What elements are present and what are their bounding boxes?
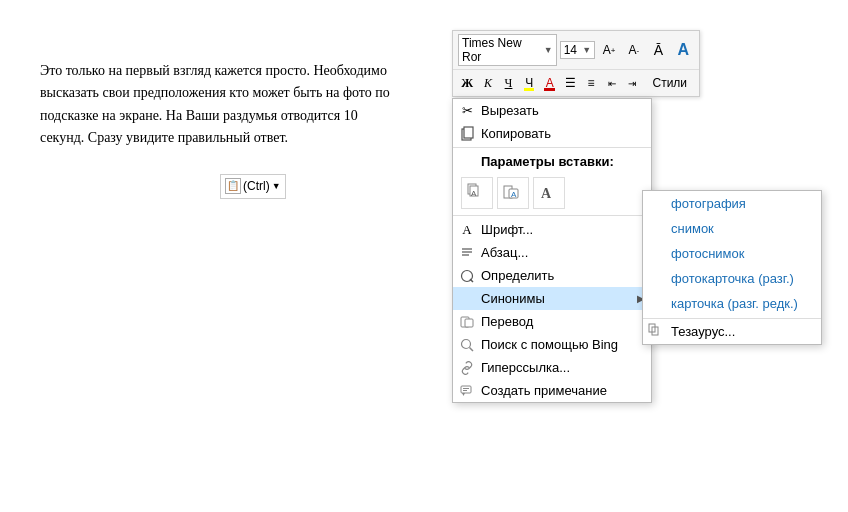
style-row: Ж К Ч Ч A ☰ ≡ ⇤ ⇥ Стили (453, 70, 699, 96)
svg-rect-15 (465, 319, 473, 327)
svg-line-13 (470, 279, 473, 282)
underline-button[interactable]: Ч (499, 72, 518, 94)
synonyms-label: Синонимы (481, 291, 545, 306)
copy-icon (458, 125, 476, 143)
svg-rect-1 (464, 127, 473, 138)
synonym-fotografiya-label: фотография (671, 196, 746, 211)
cut-menu-item[interactable]: ✂ Вырезать (453, 99, 651, 122)
increase-font-button[interactable]: A+ (598, 39, 620, 61)
decrease-font-button[interactable]: A- (623, 39, 645, 61)
paste-hint-button[interactable]: 📋 (Ctrl) ▼ (220, 174, 286, 199)
svg-text:A: A (541, 186, 552, 201)
increase-indent-button[interactable]: ⇥ (623, 72, 642, 94)
font-color-button[interactable]: A (540, 72, 559, 94)
synonym-fotosnimok[interactable]: фотоснимок (643, 241, 821, 266)
bing-menu-item[interactable]: Поиск с помощью Bing (453, 333, 651, 356)
paste-icons-row: A A A (453, 173, 651, 213)
font-size-label: 14 (564, 43, 577, 57)
font-name-arrow: ▼ (544, 45, 553, 55)
paragraph-label: Абзац... (481, 245, 528, 260)
bullets-button[interactable]: ☰ (561, 72, 580, 94)
paste-merge-button[interactable]: A (497, 177, 529, 209)
context-menu: ✂ Вырезать Копировать Параметры вставки:… (452, 98, 652, 403)
translate-menu-item[interactable]: Перевод (453, 310, 651, 333)
decrease-indent-button[interactable]: ⇤ (602, 72, 621, 94)
paste-hint-dropdown[interactable]: ▼ (272, 179, 281, 193)
translate-label: Перевод (481, 314, 533, 329)
define-icon (458, 267, 476, 285)
highlight-button[interactable]: Ч (520, 72, 539, 94)
translate-icon (458, 313, 476, 331)
bing-icon (458, 336, 476, 354)
font-name-selector[interactable]: Times New Ror ▼ (458, 34, 557, 66)
synonym-fotografiya[interactable]: фотография (643, 191, 821, 216)
synonyms-menu-item[interactable]: Синонимы ▶ (453, 287, 651, 310)
paste-params-header: Параметры вставки: (453, 150, 651, 173)
font-name-label: Times New Ror (462, 36, 542, 64)
numbering-button[interactable]: ≡ (582, 72, 601, 94)
styles-button[interactable]: Стили (645, 72, 694, 94)
copy-label: Копировать (481, 126, 551, 141)
svg-point-16 (462, 339, 471, 348)
hyperlink-menu-item[interactable]: Гиперссылка... (453, 356, 651, 379)
paste-hint-icon: 📋 (225, 178, 241, 194)
copy-menu-item[interactable]: Копировать (453, 122, 651, 145)
paragraph-icon (458, 244, 476, 262)
hyperlink-icon (458, 359, 476, 377)
paste-params-label: Параметры вставки: (481, 154, 614, 169)
define-menu-item[interactable]: Определить (453, 264, 651, 287)
document-text: Это только на первый взгляд кажется прос… (40, 60, 400, 150)
paste-keep-source-button[interactable]: A (461, 177, 493, 209)
synonym-snimok[interactable]: снимок (643, 216, 821, 241)
font-label: Шрифт... (481, 222, 533, 237)
svg-line-17 (470, 347, 474, 351)
thesaurus-label: Тезаурус... (671, 324, 735, 339)
font-size-arrow: ▼ (582, 45, 591, 55)
synonyms-submenu: фотография снимок фотоснимок фотокарточк… (642, 190, 822, 345)
font-icon: A (458, 221, 476, 239)
paste-hint-label: (Ctrl) (243, 177, 270, 196)
svg-text:A: A (511, 190, 517, 199)
font-size-selector[interactable]: 14 ▼ (560, 41, 596, 59)
hyperlink-label: Гиперссылка... (481, 360, 570, 375)
synonym-fotokartochka[interactable]: фотокарточка (разг.) (643, 266, 821, 291)
formatting-bar: Times New Ror ▼ 14 ▼ A+ A- Ā A Ж К Ч Ч A… (452, 30, 700, 97)
clear-format-button[interactable]: Ā (648, 39, 670, 61)
synonym-fotosnimok-label: фотоснимок (671, 246, 744, 261)
cut-label: Вырезать (481, 103, 539, 118)
synonym-kartochka[interactable]: карточка (разг. редк.) (643, 291, 821, 316)
separator-1 (453, 147, 651, 148)
svg-rect-18 (461, 386, 471, 393)
comment-icon (458, 382, 476, 400)
synonym-fotokartochka-label: фотокарточка (разг.) (671, 271, 794, 286)
synonym-kartochka-label: карточка (разг. редк.) (671, 296, 798, 311)
italic-button[interactable]: К (479, 72, 498, 94)
thesaurus-icon (648, 323, 662, 340)
text-effects-button[interactable]: A (672, 39, 694, 61)
font-menu-item[interactable]: A Шрифт... (453, 218, 651, 241)
cut-icon: ✂ (458, 102, 476, 120)
svg-text:A: A (471, 189, 477, 198)
font-row: Times New Ror ▼ 14 ▼ A+ A- Ā A (453, 31, 699, 70)
thesaurus-item[interactable]: Тезаурус... (643, 318, 821, 344)
define-label: Определить (481, 268, 554, 283)
comment-menu-item[interactable]: Создать примечание (453, 379, 651, 402)
paste-text-only-button[interactable]: A (533, 177, 565, 209)
document-body: Это только на первый взгляд кажется прос… (0, 0, 440, 239)
comment-label: Создать примечание (481, 383, 607, 398)
bing-label: Поиск с помощью Bing (481, 337, 618, 352)
synonym-snimok-label: снимок (671, 221, 714, 236)
paragraph-menu-item[interactable]: Абзац... (453, 241, 651, 264)
bold-button[interactable]: Ж (458, 72, 477, 94)
separator-2 (453, 215, 651, 216)
